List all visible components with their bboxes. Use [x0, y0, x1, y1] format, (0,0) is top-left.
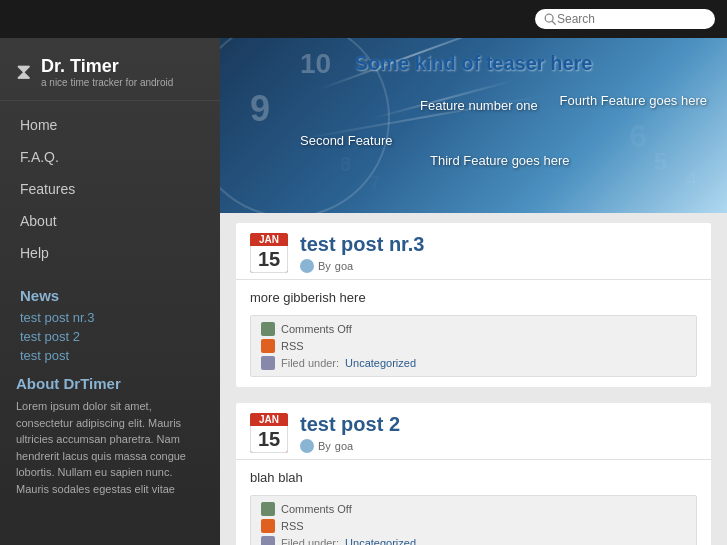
filed-text-2: Filed under: [281, 537, 339, 545]
comments-row-1: Comments Off [261, 322, 686, 336]
author-by-label-2: By [318, 440, 331, 452]
post-day-1: 15 [250, 246, 288, 273]
clock-num-5: 5 [654, 148, 667, 176]
post-header-2: Jan 15 test post 2 By goa [236, 403, 711, 460]
rss-icon-1 [261, 339, 275, 353]
filed-category-1[interactable]: Uncategorized [345, 357, 416, 369]
hero-feature-1: Feature number one [420, 98, 538, 113]
clock-num-7: 7 [370, 173, 380, 194]
post-meta-2: Comments Off RSS Filed under: Uncategori… [250, 495, 697, 545]
sidebar-item-faq[interactable]: F.A.Q. [0, 141, 220, 173]
comments-label-1: Comments Off [281, 323, 352, 335]
sidebar-item-help[interactable]: Help [0, 237, 220, 269]
post-card-2: Jan 15 test post 2 By goa blah blah [236, 403, 711, 545]
post-author-1: By goa [300, 259, 697, 273]
post-body-text-2: blah blah [250, 470, 697, 485]
logo-title: Dr. Timer [41, 56, 173, 77]
post-body-text-1: more gibberish here [250, 290, 697, 305]
author-by-label-1: By [318, 260, 331, 272]
search-icon [543, 12, 557, 26]
post-card-1: Jan 15 test post nr.3 By goa more gibber… [236, 223, 711, 387]
hero-feature-4: Fourth Feature goes here [560, 93, 707, 108]
clock-num-8: 8 [340, 153, 351, 176]
clock-num-9: 9 [250, 88, 270, 130]
hero-teaser: Some kind of teaser here [355, 52, 593, 75]
post-header-1: Jan 15 test post nr.3 By goa [236, 223, 711, 280]
filed-icon-2 [261, 536, 275, 545]
rss-icon-2 [261, 519, 275, 533]
sidebar-news-item-1[interactable]: test post nr.3 [0, 308, 220, 327]
clock-num-10: 10 [300, 48, 331, 80]
content-area: 10 9 6 5 4 8 7 Some kind of teaser here … [220, 38, 727, 545]
top-bar [0, 0, 727, 38]
sidebar-about-text: Lorem ipsum dolor sit amet, consectetur … [16, 398, 204, 497]
hero-banner: 10 9 6 5 4 8 7 Some kind of teaser here … [220, 38, 727, 213]
post-title-2[interactable]: test post 2 [300, 413, 697, 436]
author-icon-1 [300, 259, 314, 273]
sidebar-item-features[interactable]: Features [0, 173, 220, 205]
post-title-area-1: test post nr.3 By goa [300, 233, 697, 273]
post-body-1: more gibberish here Comments Off RSS [236, 280, 711, 387]
filed-category-2[interactable]: Uncategorized [345, 537, 416, 545]
search-box[interactable] [535, 9, 715, 29]
hero-feature-3: Third Feature goes here [430, 153, 569, 168]
filed-row-2: Filed under: Uncategorized [261, 536, 686, 545]
sidebar-logo: ⧗ Dr. Timer a nice time tracker for andr… [0, 38, 220, 101]
post-month-1: Jan [250, 233, 288, 246]
comments-label-2: Comments Off [281, 503, 352, 515]
post-body-2: blah blah Comments Off RSS Filed unde [236, 460, 711, 545]
main-layout: ⧗ Dr. Timer a nice time tracker for andr… [0, 38, 727, 545]
hero-feature-2: Second Feature [300, 133, 393, 148]
svg-line-1 [552, 21, 555, 24]
logo-subtitle: a nice time tracker for android [41, 77, 173, 88]
filed-icon-1 [261, 356, 275, 370]
post-meta-1: Comments Off RSS Filed under: Uncategori… [250, 315, 697, 377]
comments-icon-1 [261, 322, 275, 336]
post-title-1[interactable]: test post nr.3 [300, 233, 697, 256]
date-badge-2: Jan 15 [250, 413, 288, 453]
clock-num-4: 4 [686, 168, 697, 191]
logo-text: Dr. Timer a nice time tracker for androi… [41, 56, 173, 88]
sidebar: ⧗ Dr. Timer a nice time tracker for andr… [0, 38, 220, 545]
sidebar-about-title: About DrTimer [16, 375, 204, 392]
sidebar-item-about[interactable]: About [0, 205, 220, 237]
post-title-area-2: test post 2 By goa [300, 413, 697, 453]
post-author-2: By goa [300, 439, 697, 453]
filed-text-1: Filed under: [281, 357, 339, 369]
posts-area: Jan 15 test post nr.3 By goa more gibber… [220, 213, 727, 545]
rss-row-1: RSS [261, 339, 686, 353]
hourglass-icon: ⧗ [16, 59, 31, 85]
sidebar-item-home[interactable]: Home [0, 109, 220, 141]
date-badge-1: Jan 15 [250, 233, 288, 273]
author-name-1: goa [335, 260, 353, 272]
filed-row-1: Filed under: Uncategorized [261, 356, 686, 370]
rss-label-2[interactable]: RSS [281, 520, 304, 532]
search-input[interactable] [557, 12, 707, 26]
post-month-2: Jan [250, 413, 288, 426]
clock-num-6: 6 [629, 118, 647, 155]
rss-label-1[interactable]: RSS [281, 340, 304, 352]
post-day-2: 15 [250, 426, 288, 453]
sidebar-about-section: About DrTimer Lorem ipsum dolor sit amet… [0, 365, 220, 507]
sidebar-nav: Home F.A.Q. Features About Help [0, 101, 220, 277]
author-name-2: goa [335, 440, 353, 452]
rss-row-2: RSS [261, 519, 686, 533]
comments-row-2: Comments Off [261, 502, 686, 516]
sidebar-news-section-title: News [0, 277, 220, 308]
sidebar-news-item-3[interactable]: test post [0, 346, 220, 365]
author-icon-2 [300, 439, 314, 453]
sidebar-news-item-2[interactable]: test post 2 [0, 327, 220, 346]
comments-icon-2 [261, 502, 275, 516]
